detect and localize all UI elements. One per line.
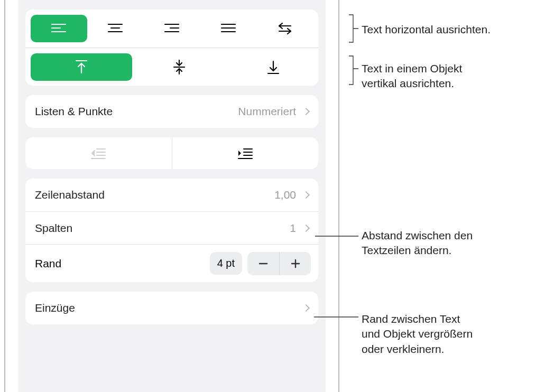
callout-text: Rand zwischen Text	[362, 313, 460, 325]
valign-bottom-icon	[267, 59, 280, 75]
align-center-button[interactable]	[87, 15, 144, 42]
spacing-card: Zeilenabstand 1,00 Spalten 1 Rand 4 pt	[25, 179, 318, 282]
outdent-button[interactable]	[25, 137, 172, 169]
valign-top-icon	[75, 59, 88, 75]
margin-label: Rand	[35, 257, 210, 270]
text-direction-button[interactable]	[256, 15, 313, 42]
indent-icon	[237, 147, 253, 159]
chevron-right-icon	[302, 304, 310, 312]
valign-top-button[interactable]	[31, 53, 132, 81]
line-spacing-row[interactable]: Zeilenabstand 1,00	[25, 179, 318, 211]
callout-text: oder verkleinern.	[362, 343, 444, 355]
align-right-button[interactable]	[144, 15, 200, 42]
margin-row: Rand 4 pt	[25, 244, 318, 282]
plus-icon	[290, 258, 301, 269]
align-justify-icon	[220, 23, 236, 34]
bidi-arrows-icon	[277, 22, 293, 35]
margin-stepper	[247, 252, 311, 275]
align-left-icon	[51, 23, 67, 34]
align-justify-button[interactable]	[200, 15, 256, 42]
lists-value: Nummeriert	[238, 105, 296, 118]
chevron-right-icon	[302, 224, 310, 231]
indent-button[interactable]	[172, 137, 319, 169]
callout-valign: Text in einem Objekt vertikal ausrichten…	[362, 61, 540, 91]
indents-card: Einzüge	[25, 292, 318, 324]
margin-decrease-button[interactable]	[247, 252, 279, 275]
callout-text: Text in einem Objekt	[362, 62, 462, 74]
callout-text: und Objekt vergrößern	[362, 328, 473, 340]
indents-label: Einzüge	[35, 302, 299, 314]
indent-buttons-card	[25, 137, 318, 169]
callout-text: Textzeilen ändern.	[362, 244, 451, 256]
columns-value: 1	[290, 222, 296, 235]
columns-label: Spalten	[35, 222, 290, 235]
chevron-right-icon	[302, 191, 310, 199]
minus-icon	[258, 258, 269, 269]
valign-middle-icon	[173, 59, 186, 75]
alignment-card	[25, 10, 318, 86]
align-right-icon	[164, 23, 180, 34]
lists-card: Listen & Punkte Nummeriert	[25, 95, 318, 128]
chevron-right-icon	[302, 108, 310, 115]
outdent-icon	[90, 147, 106, 159]
lists-row[interactable]: Listen & Punkte Nummeriert	[25, 95, 318, 128]
valign-middle-button[interactable]	[132, 53, 226, 81]
indents-row[interactable]: Einzüge	[25, 292, 318, 324]
vertical-align-bar	[25, 48, 318, 86]
align-center-icon	[107, 23, 123, 34]
inspector-panel: Listen & Punkte Nummeriert Zeilenabstand…	[4, 0, 339, 392]
callout-margin: Rand zwischen Text und Objekt vergrößern…	[362, 312, 540, 357]
lists-label: Listen & Punkte	[35, 105, 238, 118]
margin-value: 4 pt	[210, 252, 242, 275]
line-spacing-label: Zeilenabstand	[35, 189, 274, 201]
callout-text: Text horizontal ausrichten.	[362, 23, 491, 35]
callout-halign: Text horizontal ausrichten.	[362, 22, 540, 37]
line-spacing-value: 1,00	[274, 189, 296, 201]
horizontal-align-bar	[25, 10, 318, 48]
annotations: Text horizontal ausrichten. Text in eine…	[343, 0, 540, 392]
callout-linespacing: Abstand zwischen den Textzeilen ändern.	[362, 228, 540, 258]
valign-bottom-button[interactable]	[226, 53, 318, 81]
margin-increase-button[interactable]	[279, 252, 311, 275]
columns-row[interactable]: Spalten 1	[25, 211, 318, 244]
callout-text: vertikal ausrichten.	[362, 77, 454, 89]
callout-text: Abstand zwischen den	[362, 229, 473, 241]
align-left-button[interactable]	[31, 15, 87, 42]
